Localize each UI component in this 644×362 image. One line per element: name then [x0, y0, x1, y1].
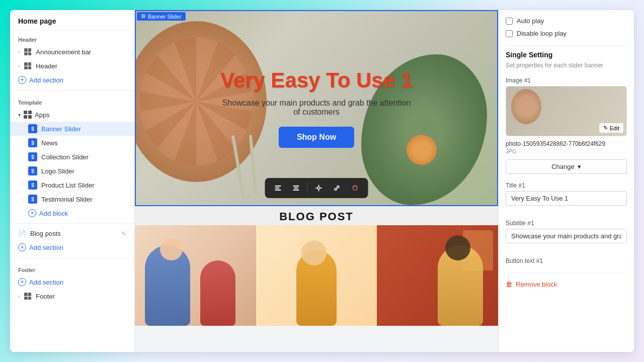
- add-section-btn-2[interactable]: + Add section: [10, 240, 134, 254]
- blog-icon: 📄: [18, 230, 26, 237]
- divider-1: [10, 90, 134, 90]
- header-label: Header: [36, 62, 57, 70]
- autoplay-row: Auto play: [506, 17, 627, 25]
- title-section: Title #1: [506, 182, 627, 212]
- change-button[interactable]: Change ▾: [506, 159, 627, 174]
- disable-loop-checkbox[interactable]: [506, 30, 513, 37]
- block-icon-logo: $: [28, 166, 37, 175]
- single-setting-title: Single Setting: [506, 51, 627, 59]
- block-icon-collection: $: [28, 152, 37, 161]
- panel-autoplay-section: Auto play Disable loop play: [506, 17, 627, 37]
- svg-rect-2: [275, 190, 281, 191]
- banner-title: Very Easy To Use 1: [220, 68, 413, 93]
- block-icon-product-list: $: [28, 180, 37, 190]
- add-block-label: Add block: [39, 210, 68, 217]
- floating-toolbar: [265, 178, 368, 198]
- sidebar-item-announcement[interactable]: › Announcement bar: [10, 45, 134, 59]
- subtitle-field-label: Subtitle #1: [506, 220, 627, 227]
- autoplay-checkbox[interactable]: [506, 18, 513, 25]
- grid-icon-announcement: [24, 48, 32, 56]
- app-container: Home page Header › Announcement bar › He…: [10, 10, 634, 352]
- canvas-area: ⚙ Banner Slider Very Easy To Use 1 Showc…: [135, 10, 498, 352]
- title-input[interactable]: [506, 191, 627, 206]
- sidebar-item-footer[interactable]: › Footer: [10, 289, 134, 303]
- add-section-btn-3[interactable]: + Add section: [10, 275, 134, 289]
- disable-loop-row: Disable loop play: [506, 30, 627, 37]
- preview-edit-button[interactable]: ✎ Edit: [599, 123, 623, 133]
- preview-pie-decor: [511, 89, 541, 124]
- blog-post-header: BLOG POST: [135, 206, 498, 225]
- trash-icon: 🗑: [506, 280, 513, 288]
- toolbar-link[interactable]: [330, 181, 344, 195]
- block-label-testimonial: Testimonial Slider: [41, 196, 93, 203]
- banner-subtitle: Showcase your main products and grab the…: [220, 99, 413, 117]
- block-icon-news: $: [28, 138, 37, 147]
- toolbar-align-center[interactable]: [289, 181, 303, 195]
- shop-now-button[interactable]: Shop Now: [279, 127, 354, 148]
- chevron-down-change-icon: ▾: [578, 163, 581, 170]
- divider-3: [10, 257, 134, 258]
- edit-icon-blog: ✎: [121, 230, 126, 237]
- panel-divider-2: [506, 273, 627, 273]
- apps-header[interactable]: ▾ Apps: [10, 108, 134, 122]
- banner-image: Very Easy To Use 1 Showcase your main pr…: [135, 10, 498, 206]
- blog-card-1-decor: [135, 225, 256, 326]
- image-preview: ✎ Edit: [506, 86, 627, 136]
- apps-grid-icon: [24, 111, 32, 119]
- blog-post-section: BLOG POST: [135, 206, 498, 326]
- footer-section-label: Footer: [10, 261, 134, 275]
- right-panel: Auto play Disable loop play Single Setti…: [498, 10, 634, 352]
- toolbar-align-left[interactable]: [271, 181, 285, 195]
- toolbar-delete[interactable]: [348, 181, 362, 195]
- sidebar-block-testimonial[interactable]: $ Testimonial Slider: [10, 192, 134, 206]
- image-ext: JPG: [506, 148, 627, 154]
- svg-rect-3: [293, 186, 299, 187]
- add-block-btn[interactable]: + Add block: [10, 206, 134, 220]
- svg-rect-4: [294, 188, 298, 189]
- remove-block-button[interactable]: 🗑 Remove block: [506, 278, 627, 290]
- image-filename: photo-1505935428862-770b6f24f629: [506, 140, 627, 147]
- block-icon-banner: $: [28, 124, 37, 133]
- remove-block-label: Remove block: [516, 281, 557, 288]
- plus-icon-3: +: [18, 278, 26, 286]
- blog-posts-label: Blog posts: [30, 230, 61, 237]
- add-section-btn-1[interactable]: + Add section: [10, 73, 134, 87]
- pencil-icon: ✎: [603, 125, 608, 131]
- sidebar-item-header[interactable]: › Header: [10, 59, 134, 73]
- chevron-icon-header: ›: [18, 63, 20, 69]
- sidebar: Home page Header › Announcement bar › He…: [10, 10, 135, 352]
- sidebar-block-logo[interactable]: $ Logo Slider: [10, 164, 134, 178]
- footer-label: Footer: [36, 293, 55, 300]
- svg-rect-1: [275, 188, 280, 189]
- svg-rect-0: [275, 186, 281, 187]
- sidebar-block-news[interactable]: $ News: [10, 136, 134, 150]
- sidebar-blog-posts[interactable]: 📄 Blog posts ✎: [10, 227, 134, 240]
- apps-label: Apps: [35, 111, 50, 119]
- announcement-bar-label: Announcement bar: [36, 48, 91, 56]
- image-label: Image #1: [506, 77, 627, 84]
- sidebar-block-banner-slider[interactable]: $ Banner Slider: [10, 122, 134, 136]
- divider-2: [10, 223, 134, 224]
- plus-icon-1: +: [18, 76, 26, 84]
- banner-slider-label: ⚙ Banner Slider: [137, 12, 186, 21]
- banner-content: Very Easy To Use 1 Showcase your main pr…: [220, 68, 413, 148]
- block-label-product-list: Product List Slider: [41, 182, 95, 189]
- block-label-banner: Banner Slider: [41, 125, 81, 133]
- toolbar-divider: [307, 183, 308, 193]
- button-text-section: Button text #1: [506, 257, 627, 264]
- plus-icon-2: +: [18, 243, 26, 251]
- block-icon-testimonial: $: [28, 195, 37, 204]
- grid-icon-footer: [24, 292, 32, 300]
- add-section-label-1: Add section: [29, 76, 63, 84]
- sidebar-block-product-list[interactable]: $ Product List Slider: [10, 178, 134, 192]
- blog-cards: [135, 225, 498, 326]
- title-field-label: Title #1: [506, 182, 627, 189]
- subtitle-input[interactable]: [506, 229, 627, 243]
- button-text-field-label: Button text #1: [506, 257, 627, 264]
- header-section-label: Header: [10, 31, 134, 45]
- autoplay-label[interactable]: Auto play: [517, 17, 544, 25]
- disable-loop-label[interactable]: Disable loop play: [517, 30, 567, 37]
- toolbar-settings[interactable]: [312, 181, 326, 195]
- sidebar-block-collection[interactable]: $ Collection Slider: [10, 150, 134, 164]
- grid-icon-header: [24, 62, 32, 70]
